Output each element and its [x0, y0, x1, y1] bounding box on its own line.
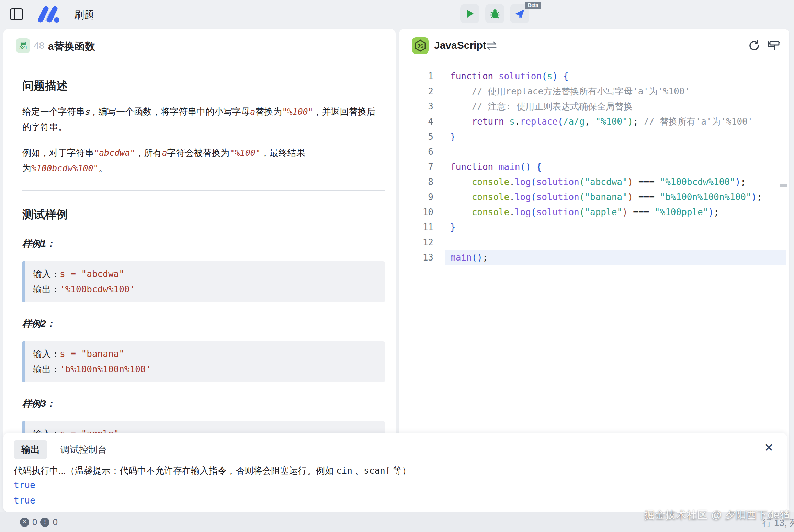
switch-language-icon[interactable]	[486, 41, 497, 51]
problem-title: a替换函数	[48, 39, 95, 54]
line-number: 4	[399, 116, 433, 127]
line-number: 3	[399, 101, 433, 112]
description-paragraph-1: 给定一个字符串s，编写一个函数，将字符串中的小写字母a替换为"%100"，并返回…	[22, 104, 381, 135]
console-message: 代码执行中...（温馨提示：代码中不允许存在输入指令，否则将会阻塞运行。例如 c…	[14, 465, 411, 477]
editor-scrollbar[interactable]	[780, 184, 787, 187]
sample-3-label: 样例3：	[22, 397, 377, 410]
code-line[interactable]: 8 console.log(solution("abcdwa") === "%1…	[399, 174, 789, 189]
line-number: 1	[399, 71, 433, 81]
code-line[interactable]: 3 // 注意: 使用正则表达式确保全局替换	[399, 99, 789, 114]
line-number: 13	[399, 252, 433, 263]
sample-2-label: 样例2：	[22, 317, 377, 330]
beta-badge: Beta	[525, 2, 541, 9]
reset-code-icon[interactable]	[748, 39, 760, 53]
editor-header: JS JavaScript	[399, 29, 789, 62]
sample-2-input-value: s = "banana"	[60, 349, 124, 359]
watermark: 掘金技术社区 @ 夕阳西下de猹	[644, 508, 791, 522]
app-title: 刷题	[74, 8, 94, 22]
sample-1-block: 输入：s = "abcdwa" 输出：'%100bcdw%100'	[22, 261, 385, 302]
line-number: 8	[399, 177, 433, 187]
topbar: 刷题 Beta	[0, 0, 794, 29]
javascript-icon: JS	[412, 37, 429, 54]
code-line[interactable]: 13main();	[399, 250, 789, 265]
description-paragraph-2: 例如，对于字符串"abcdwa"，所有a字符会被替换为"%100"，最终结果为%…	[22, 145, 381, 176]
line-number: 9	[399, 192, 433, 202]
line-number: 2	[399, 86, 433, 96]
marscode-logo-icon[interactable]	[35, 5, 63, 25]
tab-output[interactable]: 输出	[14, 440, 47, 459]
sample-2-output-value: 'b%100n%100n%100'	[60, 364, 151, 374]
line-number: 5	[399, 131, 433, 142]
line-number: 7	[399, 162, 433, 172]
paper-plane-icon	[514, 8, 525, 20]
sample-1-input-value: s = "abcdwa"	[60, 269, 124, 279]
problems-summary[interactable]: ✕ 0 ! 0	[20, 512, 58, 532]
code-line[interactable]: 1function solution(s) {	[399, 69, 789, 84]
play-icon	[465, 9, 475, 19]
sample-2-output-label: 输出：	[33, 364, 60, 374]
code-line[interactable]: 10 console.log(solution("apple") === "%1…	[399, 205, 789, 220]
app-root: 刷题 Beta 易 48	[0, 0, 794, 532]
sidebar-toggle-icon[interactable]	[10, 8, 23, 20]
code-line[interactable]: 12	[399, 235, 789, 250]
problem-description: 问题描述 给定一个字符串s，编写一个函数，将字符串中的小写字母a替换为"%100…	[3, 78, 396, 462]
section-divider	[22, 190, 385, 191]
code-line[interactable]: 7function main() {	[399, 159, 789, 174]
difficulty-badge: 易	[16, 38, 30, 53]
sample-2-input-label: 输入：	[33, 349, 60, 359]
console-output-line: true	[14, 477, 35, 493]
line-number: 12	[399, 237, 433, 247]
sample-1-output-value: '%100bcdw%100'	[60, 284, 135, 294]
close-icon[interactable]: ✕	[764, 442, 773, 453]
code-line[interactable]: 4 return s.replace(/a/g, "%100"); // 替换所…	[399, 114, 789, 129]
language-label[interactable]: JavaScript	[434, 39, 486, 51]
debug-button[interactable]	[485, 4, 504, 23]
code-line[interactable]: 5}	[399, 129, 789, 144]
warning-count: 0	[53, 517, 57, 528]
samples-heading: 测试样例	[22, 207, 377, 222]
tab-debug-console[interactable]: 调试控制台	[58, 440, 110, 459]
sample-1-output-label: 输出：	[33, 284, 60, 294]
sample-1-input-label: 输入：	[33, 269, 60, 279]
error-icon: ✕	[20, 518, 29, 527]
code-line[interactable]: 6	[399, 144, 789, 159]
editor-lines: 1function solution(s) {2 // 使用replace方法替…	[399, 62, 789, 265]
problem-header: 易 48 a替换函数	[3, 29, 396, 62]
line-number: 10	[399, 207, 433, 217]
line-number: 11	[399, 222, 433, 232]
console-output-line: true	[14, 493, 35, 508]
svg-text:JS: JS	[417, 43, 423, 49]
line-number: 6	[399, 147, 433, 157]
error-count: 0	[32, 517, 37, 528]
bug-icon	[489, 8, 500, 19]
description-heading: 问题描述	[22, 78, 377, 94]
code-line[interactable]: 2 // 使用replace方法替换所有小写字母'a'为'%100'	[399, 84, 789, 99]
format-code-icon[interactable]	[767, 39, 780, 53]
topbar-divider	[68, 9, 68, 20]
code-line[interactable]: 9 console.log(solution("banana") === "b%…	[399, 189, 789, 205]
code-line[interactable]: 11}	[399, 220, 789, 235]
warning-icon: !	[40, 518, 49, 527]
sample-2-block: 输入：s = "banana" 输出：'b%100n%100n%100'	[22, 341, 385, 382]
sample-1-label: 样例1：	[22, 238, 377, 250]
run-button[interactable]	[460, 4, 479, 23]
console-outputs: truetruetrue	[14, 477, 35, 512]
console-output-line: true	[14, 508, 35, 512]
console-panel: 输出 调试控制台 ✕ 代码执行中...（温馨提示：代码中不允许存在输入指令，否则…	[3, 433, 787, 512]
problem-number: 48	[34, 40, 44, 51]
